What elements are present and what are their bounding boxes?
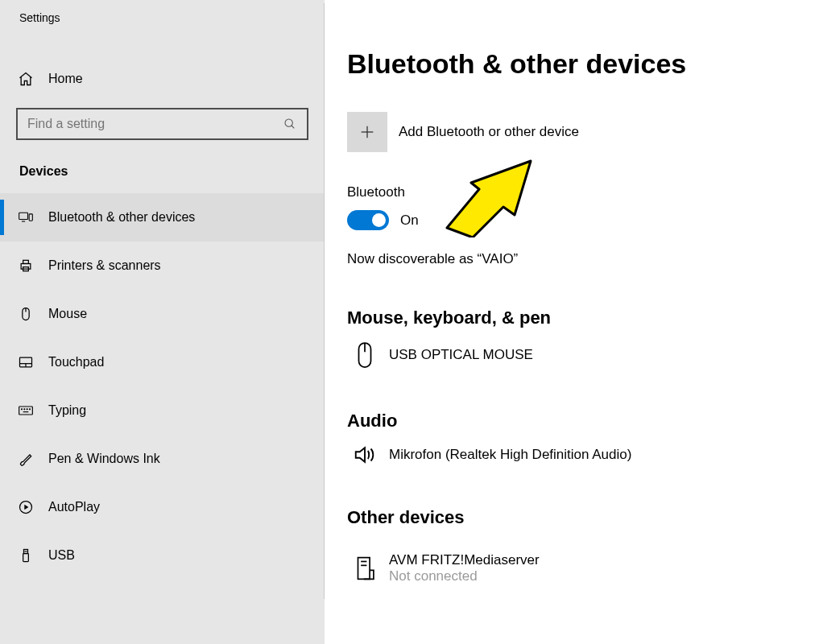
sidebar: Settings Home Devices Bluetooth & other … (0, 0, 325, 644)
svg-rect-9 (21, 264, 31, 270)
sidebar-item-label: Printers & scanners (48, 258, 161, 273)
window-title: Settings (0, 0, 325, 24)
add-device-button[interactable]: Add Bluetooth or other device (347, 112, 819, 152)
sidebar-item-touchpad[interactable]: Touchpad (0, 338, 325, 386)
autoplay-icon (18, 499, 34, 515)
svg-point-19 (24, 409, 25, 410)
sidebar-item-autoplay[interactable]: AutoPlay (0, 483, 325, 531)
svg-rect-10 (23, 260, 29, 263)
discoverable-text: Now discoverable as “VAIO” (347, 251, 819, 267)
search-input[interactable] (27, 117, 283, 131)
touchpad-icon (18, 354, 34, 370)
bluetooth-toggle[interactable] (347, 210, 389, 230)
sidebar-item-typing[interactable]: Typing (0, 386, 325, 435)
home-nav-item[interactable]: Home (0, 56, 325, 101)
svg-rect-17 (19, 407, 33, 415)
device-row[interactable]: AVM FRITZ!Mediaserver Not connected (347, 552, 819, 584)
sidebar-item-label: AutoPlay (48, 500, 100, 514)
group-title-other: Other devices (347, 507, 819, 528)
svg-point-20 (27, 409, 27, 410)
sidebar-item-label: USB (48, 548, 75, 563)
svg-rect-7 (29, 214, 32, 221)
usb-icon (18, 547, 34, 564)
device-row[interactable]: Mikrofon (Realtek High Definition Audio) (347, 443, 819, 467)
sidebar-item-label: Typing (48, 403, 86, 418)
group-title-audio: Audio (347, 411, 819, 431)
bluetooth-state-label: On (400, 213, 419, 229)
home-icon (18, 71, 34, 87)
svg-point-4 (285, 119, 292, 126)
sidebar-section-heading: Devices (0, 140, 325, 193)
device-name: Mikrofon (Realtek High Definition Audio) (389, 447, 631, 463)
svg-marker-24 (24, 505, 28, 510)
device-status: Not connected (389, 568, 540, 584)
svg-rect-25 (24, 550, 28, 554)
search-box[interactable] (16, 108, 308, 140)
device-row[interactable]: USB OPTICAL MOUSE (347, 340, 819, 370)
sidebar-item-bluetooth[interactable]: Bluetooth & other devices (0, 193, 325, 242)
mouse-icon (18, 306, 34, 322)
speaker-icon (347, 443, 383, 467)
group-title-mouse: Mouse, keyboard, & pen (347, 308, 819, 328)
svg-rect-26 (23, 554, 29, 562)
plus-icon (347, 112, 387, 152)
svg-point-18 (22, 409, 23, 410)
bluetooth-heading: Bluetooth (347, 184, 819, 200)
svg-rect-6 (19, 213, 28, 219)
home-label: Home (48, 72, 83, 86)
mouse-device-icon (347, 340, 383, 370)
svg-line-5 (292, 126, 294, 128)
printer-icon (18, 258, 34, 274)
media-device-icon (347, 555, 383, 582)
keyboard-icon (18, 402, 34, 419)
svg-point-21 (30, 409, 31, 410)
pen-icon (18, 451, 34, 467)
sidebar-item-usb[interactable]: USB (0, 531, 325, 580)
devices-icon (18, 209, 34, 225)
sidebar-item-mouse[interactable]: Mouse (0, 290, 325, 338)
page-title: Bluetooth & other devices (347, 48, 819, 80)
sidebar-item-label: Bluetooth & other devices (48, 210, 195, 225)
sidebar-item-label: Pen & Windows Ink (48, 452, 160, 466)
add-device-label: Add Bluetooth or other device (399, 124, 579, 140)
device-name: USB OPTICAL MOUSE (389, 347, 533, 363)
main-content: Bluetooth & other devices Add Bluetooth … (325, 0, 819, 644)
sidebar-item-label: Mouse (48, 307, 87, 321)
sidebar-item-label: Touchpad (48, 355, 104, 369)
sidebar-item-printers[interactable]: Printers & scanners (0, 242, 325, 290)
search-icon (283, 118, 297, 130)
sidebar-item-pen[interactable]: Pen & Windows Ink (0, 435, 325, 483)
svg-marker-33 (356, 448, 365, 462)
device-name: AVM FRITZ!Mediaserver (389, 552, 540, 568)
